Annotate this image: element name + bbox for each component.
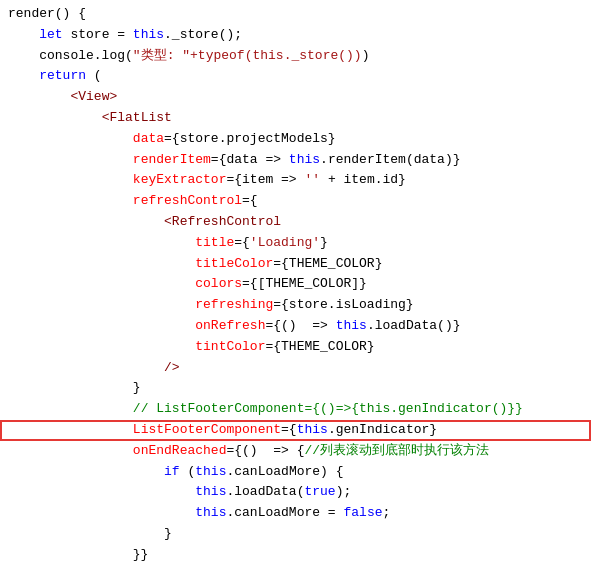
token-plain: ={item =>	[226, 172, 304, 187]
code-line: this.loadData(true);	[0, 482, 591, 503]
token-plain	[8, 193, 133, 208]
token-plain: console.log(	[8, 48, 133, 63]
token-plain: )	[362, 48, 370, 63]
token-jsx-tag: />	[164, 360, 180, 375]
token-plain	[8, 297, 195, 312]
code-line: return (	[0, 66, 591, 87]
line-content: <FlatList	[8, 108, 583, 129]
token-plain: store =	[63, 27, 133, 42]
code-line: colors={[THEME_COLOR]}	[0, 274, 591, 295]
line-content: }	[8, 378, 583, 399]
token-plain: ={store.isLoading}	[273, 297, 413, 312]
token-plain: ._store();	[164, 27, 242, 42]
code-line: />	[0, 358, 591, 379]
code-line: refreshing={store.isLoading}	[0, 295, 591, 316]
token-kw: false	[343, 505, 382, 520]
line-content: }}	[8, 545, 583, 563]
token-plain: ={	[242, 193, 258, 208]
token-plain	[8, 484, 195, 499]
code-line: }	[0, 524, 591, 545]
code-line: data={store.projectModels}	[0, 129, 591, 150]
code-line: render() {	[0, 4, 591, 25]
line-content: title={'Loading'}	[8, 233, 583, 254]
token-plain	[8, 339, 195, 354]
line-content: colors={[THEME_COLOR]}	[8, 274, 583, 295]
token-plain: render() {	[8, 6, 86, 21]
line-content: <View>	[8, 87, 583, 108]
line-content: this.loadData(true);	[8, 482, 583, 503]
token-this-kw: this	[195, 464, 226, 479]
token-plain: }	[8, 526, 172, 541]
token-plain	[8, 422, 133, 437]
line-content: onRefresh={() => this.loadData()}	[8, 316, 583, 337]
line-content: />	[8, 358, 583, 379]
token-plain	[8, 172, 133, 187]
token-jsx-attr: refreshControl	[133, 193, 242, 208]
token-plain: ={() => {	[226, 443, 304, 458]
token-plain: (	[86, 68, 102, 83]
code-line: title={'Loading'}	[0, 233, 591, 254]
token-kw: return	[39, 68, 86, 83]
code-line: <FlatList	[0, 108, 591, 129]
token-this-kw: this	[195, 505, 226, 520]
token-this-kw: this	[336, 318, 367, 333]
token-plain: .loadData(	[226, 484, 304, 499]
token-plain: ={[THEME_COLOR]}	[242, 276, 367, 291]
token-jsx-attr: titleColor	[195, 256, 273, 271]
token-plain: ={data =>	[211, 152, 289, 167]
token-plain: ={() =>	[265, 318, 335, 333]
token-kw: true	[304, 484, 335, 499]
token-plain: ;	[383, 505, 391, 520]
token-plain: .canLoadMore) {	[226, 464, 343, 479]
token-jsx-attr: tintColor	[195, 339, 265, 354]
line-content: refreshing={store.isLoading}	[8, 295, 583, 316]
code-line: }	[0, 378, 591, 399]
token-plain	[8, 256, 195, 271]
token-plain	[8, 464, 164, 479]
token-jsx-attr: data	[133, 131, 164, 146]
token-jsx-attr: keyExtractor	[133, 172, 227, 187]
token-kw: if	[164, 464, 180, 479]
line-content: tintColor={THEME_COLOR}	[8, 337, 583, 358]
token-plain	[8, 443, 133, 458]
token-plain	[8, 214, 164, 229]
token-plain	[8, 318, 195, 333]
token-plain: + item.id}	[320, 172, 406, 187]
token-str: "类型: "+typeof(this._store())	[133, 48, 362, 63]
code-line: if (this.canLoadMore) {	[0, 462, 591, 483]
token-str: ''	[304, 172, 320, 187]
line-content: render() {	[8, 4, 583, 25]
line-content: if (this.canLoadMore) {	[8, 462, 583, 483]
token-plain	[8, 505, 195, 520]
token-str: 'Loading'	[250, 235, 320, 250]
token-plain: }	[8, 380, 141, 395]
token-plain	[8, 360, 164, 375]
token-jsx-attr: refreshing	[195, 297, 273, 312]
token-plain: .genIndicator}	[328, 422, 437, 437]
token-plain: ={	[281, 422, 297, 437]
code-line: <RefreshControl	[0, 212, 591, 233]
code-line: keyExtractor={item => '' + item.id}	[0, 170, 591, 191]
code-line: tintColor={THEME_COLOR}	[0, 337, 591, 358]
token-jsx-attr: onEndReached	[133, 443, 227, 458]
token-comment: // ListFooterComponent={()=>{this.genInd…	[133, 401, 523, 416]
line-content: renderItem={data => this.renderItem(data…	[8, 150, 583, 171]
line-content: console.log("类型: "+typeof(this._store())…	[8, 46, 583, 67]
token-jsx-tag: <RefreshControl	[164, 214, 281, 229]
token-plain: ={THEME_COLOR}	[273, 256, 382, 271]
token-this-kw: this	[133, 27, 164, 42]
token-plain	[8, 235, 195, 250]
token-jsx-attr: onRefresh	[195, 318, 265, 333]
token-jsx-tag: <View>	[70, 89, 117, 104]
token-plain	[8, 110, 102, 125]
token-kw: let	[39, 27, 62, 42]
code-line: ListFooterComponent={this.genIndicator}	[0, 420, 591, 441]
line-content: // ListFooterComponent={()=>{this.genInd…	[8, 399, 583, 420]
line-content: <RefreshControl	[8, 212, 583, 233]
token-plain: }	[320, 235, 328, 250]
token-plain	[8, 401, 133, 416]
code-line: let store = this._store();	[0, 25, 591, 46]
code-line: }}	[0, 545, 591, 563]
line-content: onEndReached={() => {//列表滚动到底部时执行该方法	[8, 441, 583, 462]
code-line: titleColor={THEME_COLOR}	[0, 254, 591, 275]
